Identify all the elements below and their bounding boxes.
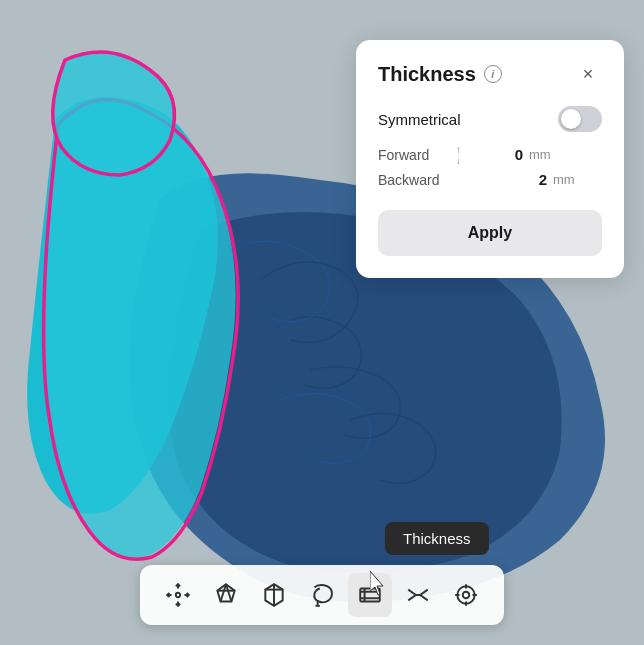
target-tool-button[interactable] — [444, 573, 488, 617]
symmetrical-toggle[interactable] — [558, 106, 602, 132]
info-icon[interactable]: i — [484, 65, 502, 83]
forward-value[interactable]: 0 — [487, 146, 523, 163]
apply-button[interactable]: Apply — [378, 210, 602, 256]
thickness-panel: Thickness i × Symmetrical Forward ↑ ↓ 0 … — [356, 40, 624, 278]
panel-title: Thickness — [378, 63, 476, 86]
move-tool-button[interactable] — [156, 573, 200, 617]
backward-row: Backward 2 mm — [378, 171, 602, 188]
svg-rect-14 — [360, 589, 380, 602]
svg-point-19 — [457, 586, 474, 603]
close-button[interactable]: × — [574, 60, 602, 88]
split-tool-button[interactable] — [396, 573, 440, 617]
sort-arrows[interactable]: ↑ ↓ — [456, 144, 461, 166]
forward-unit: mm — [529, 147, 551, 162]
svg-point-20 — [463, 592, 470, 599]
svg-point-1 — [176, 593, 180, 597]
box-tool-button[interactable] — [252, 573, 296, 617]
symmetrical-row: Symmetrical — [378, 106, 602, 132]
symmetrical-label: Symmetrical — [378, 111, 461, 128]
select-tool-button[interactable] — [204, 573, 248, 617]
thickness-tool-button[interactable] — [348, 573, 392, 617]
forward-row: Forward ↑ ↓ 0 mm — [378, 146, 602, 163]
backward-value[interactable]: 2 — [511, 171, 547, 188]
toolbar — [140, 565, 504, 625]
lasso-tool-button[interactable] — [300, 573, 344, 617]
backward-label: Backward — [378, 172, 463, 188]
backward-unit: mm — [553, 172, 575, 187]
input-section: Forward ↑ ↓ 0 mm Backward 2 mm — [378, 146, 602, 188]
panel-title-row: Thickness i — [378, 63, 502, 86]
forward-label: Forward — [378, 147, 463, 163]
panel-header: Thickness i × — [378, 60, 602, 88]
